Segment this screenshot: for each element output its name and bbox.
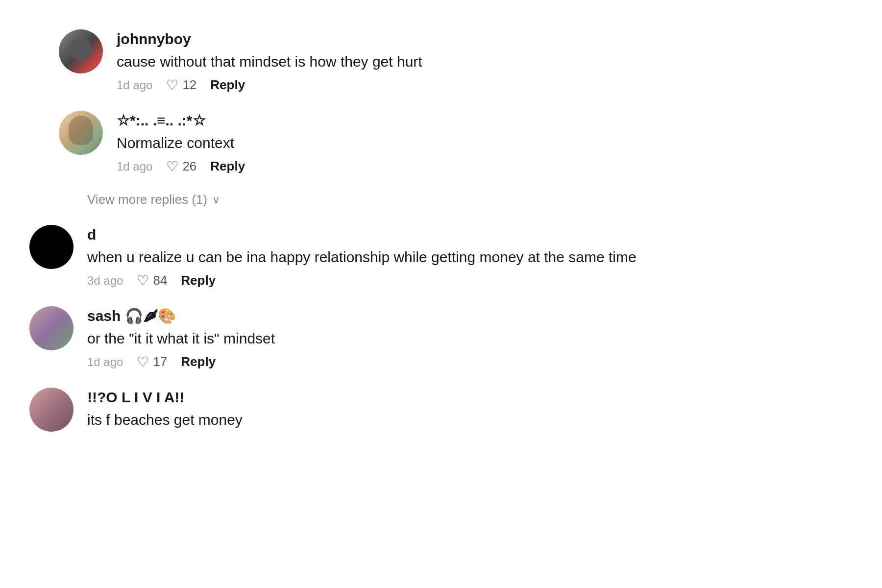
comment-text: or the "it it what it is" mindset bbox=[87, 328, 715, 349]
comment-content: !!?O L I V I A!! its f beaches get money bbox=[87, 388, 715, 435]
username: !!?O L I V I A!! bbox=[87, 388, 715, 407]
timestamp: 1d ago bbox=[117, 78, 152, 92]
comment-meta: 1d ago ♡ 26 Reply bbox=[117, 158, 715, 174]
comment-content: ☆*:.. .≡.. .:*☆ Normalize context 1d ago… bbox=[117, 111, 715, 174]
like-count: 12 bbox=[182, 77, 196, 93]
like-count: 84 bbox=[153, 273, 167, 288]
view-more-replies[interactable]: View more replies (1) ∨ bbox=[87, 192, 715, 207]
timestamp: 1d ago bbox=[117, 160, 152, 173]
comment-block: johnnyboy cause without that mindset is … bbox=[59, 29, 715, 93]
avatar bbox=[59, 29, 103, 74]
reply-button[interactable]: Reply bbox=[210, 77, 245, 93]
heart-icon[interactable]: ♡ bbox=[137, 272, 149, 289]
view-more-text: View more replies (1) bbox=[87, 192, 207, 207]
comment-meta: 1d ago ♡ 12 Reply bbox=[117, 77, 715, 93]
comments-container: johnnyboy cause without that mindset is … bbox=[29, 20, 715, 463]
comment-content: d when u realize u can be ina happy rela… bbox=[87, 225, 715, 289]
comment-text: when u realize u can be ina happy relati… bbox=[87, 247, 715, 268]
comment-block: d when u realize u can be ina happy rela… bbox=[29, 225, 715, 289]
like-group: ♡ 12 bbox=[166, 77, 196, 93]
timestamp: 1d ago bbox=[87, 355, 123, 369]
comment-content: sash 🎧🌶🎨 or the "it it what it is" minds… bbox=[87, 306, 715, 370]
reply-button[interactable]: Reply bbox=[181, 354, 216, 369]
like-group: ♡ 17 bbox=[137, 354, 167, 370]
comment-text: cause without that mindset is how they g… bbox=[117, 51, 715, 72]
heart-icon[interactable]: ♡ bbox=[166, 77, 178, 93]
like-group: ♡ 84 bbox=[137, 272, 167, 289]
timestamp: 3d ago bbox=[87, 274, 123, 288]
chevron-down-icon: ∨ bbox=[212, 194, 220, 206]
avatar bbox=[29, 306, 74, 350]
comment-text: its f beaches get money bbox=[87, 410, 715, 430]
comment-meta: 3d ago ♡ 84 Reply bbox=[87, 272, 715, 289]
username: ☆*:.. .≡.. .:*☆ bbox=[117, 111, 715, 130]
comment-meta: 1d ago ♡ 17 Reply bbox=[87, 354, 715, 370]
like-group: ♡ 26 bbox=[166, 158, 196, 174]
username: d bbox=[87, 225, 715, 244]
comment-block: !!?O L I V I A!! its f beaches get money bbox=[29, 388, 715, 435]
avatar bbox=[59, 111, 103, 155]
comment-content: johnnyboy cause without that mindset is … bbox=[117, 29, 715, 93]
avatar bbox=[29, 388, 74, 432]
username: sash 🎧🌶🎨 bbox=[87, 306, 715, 325]
reply-button[interactable]: Reply bbox=[210, 159, 245, 174]
comment-block: sash 🎧🌶🎨 or the "it it what it is" minds… bbox=[29, 306, 715, 370]
heart-icon[interactable]: ♡ bbox=[137, 354, 149, 370]
like-count: 17 bbox=[153, 354, 167, 369]
avatar bbox=[29, 225, 74, 269]
username: johnnyboy bbox=[117, 29, 715, 49]
heart-icon[interactable]: ♡ bbox=[166, 158, 178, 174]
comment-text: Normalize context bbox=[117, 133, 715, 153]
reply-button[interactable]: Reply bbox=[181, 273, 216, 288]
like-count: 26 bbox=[182, 159, 196, 174]
comment-block: ☆*:.. .≡.. .:*☆ Normalize context 1d ago… bbox=[59, 111, 715, 174]
